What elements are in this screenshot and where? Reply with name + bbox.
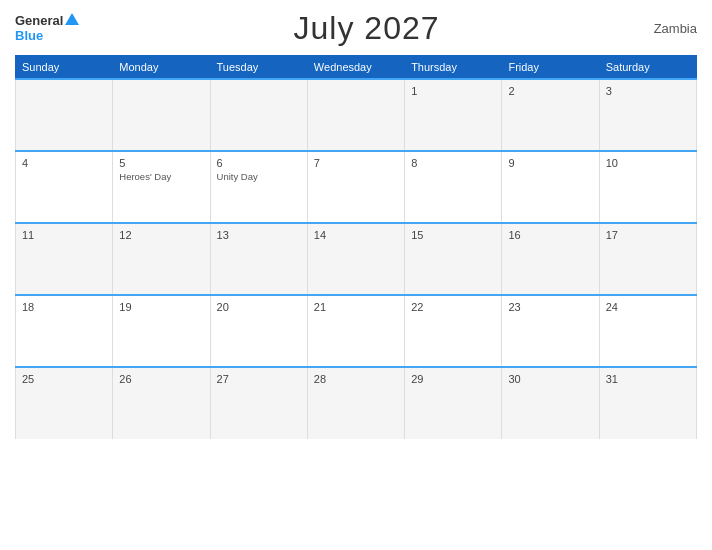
calendar-cell: 30 [502, 367, 599, 439]
page: General Blue July 2027 Zambia Sunday Mon… [0, 0, 712, 550]
day-number: 3 [606, 85, 690, 97]
col-monday: Monday [113, 56, 210, 80]
day-number: 1 [411, 85, 495, 97]
calendar-cell [210, 79, 307, 151]
calendar-body: 12345Heroes' Day6Unity Day78910111213141… [16, 79, 697, 439]
col-friday: Friday [502, 56, 599, 80]
day-number: 18 [22, 301, 106, 313]
day-number: 20 [217, 301, 301, 313]
day-number: 26 [119, 373, 203, 385]
calendar-cell: 18 [16, 295, 113, 367]
calendar-cell: 6Unity Day [210, 151, 307, 223]
calendar-week-row: 25262728293031 [16, 367, 697, 439]
logo: General Blue [15, 14, 79, 43]
day-number: 22 [411, 301, 495, 313]
days-of-week-row: Sunday Monday Tuesday Wednesday Thursday… [16, 56, 697, 80]
day-number: 30 [508, 373, 592, 385]
day-number: 31 [606, 373, 690, 385]
calendar-cell: 1 [405, 79, 502, 151]
day-number: 24 [606, 301, 690, 313]
day-number: 4 [22, 157, 106, 169]
calendar-table: Sunday Monday Tuesday Wednesday Thursday… [15, 55, 697, 439]
calendar-cell: 13 [210, 223, 307, 295]
calendar-week-row: 45Heroes' Day6Unity Day78910 [16, 151, 697, 223]
calendar-cell: 5Heroes' Day [113, 151, 210, 223]
day-number: 16 [508, 229, 592, 241]
logo-general-text: General [15, 14, 63, 28]
calendar-cell: 7 [307, 151, 404, 223]
calendar-cell: 26 [113, 367, 210, 439]
calendar-cell: 28 [307, 367, 404, 439]
col-saturday: Saturday [599, 56, 696, 80]
day-number: 2 [508, 85, 592, 97]
calendar-cell: 11 [16, 223, 113, 295]
col-thursday: Thursday [405, 56, 502, 80]
day-number: 12 [119, 229, 203, 241]
calendar-cell: 31 [599, 367, 696, 439]
calendar-cell: 27 [210, 367, 307, 439]
day-number: 17 [606, 229, 690, 241]
calendar-cell: 9 [502, 151, 599, 223]
day-number: 21 [314, 301, 398, 313]
day-number: 13 [217, 229, 301, 241]
day-number: 11 [22, 229, 106, 241]
calendar-cell: 29 [405, 367, 502, 439]
calendar-cell: 16 [502, 223, 599, 295]
day-number: 8 [411, 157, 495, 169]
calendar-cell: 2 [502, 79, 599, 151]
calendar-cell: 3 [599, 79, 696, 151]
day-number: 14 [314, 229, 398, 241]
calendar-cell: 23 [502, 295, 599, 367]
day-number: 25 [22, 373, 106, 385]
holiday-label: Heroes' Day [119, 171, 203, 182]
day-number: 27 [217, 373, 301, 385]
day-number: 6 [217, 157, 301, 169]
day-number: 7 [314, 157, 398, 169]
calendar-cell: 17 [599, 223, 696, 295]
calendar-cell: 4 [16, 151, 113, 223]
calendar-cell: 20 [210, 295, 307, 367]
logo-triangle-icon [65, 13, 79, 25]
col-wednesday: Wednesday [307, 56, 404, 80]
day-number: 29 [411, 373, 495, 385]
calendar-cell: 12 [113, 223, 210, 295]
calendar-week-row: 11121314151617 [16, 223, 697, 295]
month-year-title: July 2027 [294, 10, 440, 46]
calendar-cell: 25 [16, 367, 113, 439]
calendar-title: July 2027 [294, 10, 440, 47]
country-label: Zambia [654, 21, 697, 36]
day-number: 28 [314, 373, 398, 385]
day-number: 5 [119, 157, 203, 169]
col-sunday: Sunday [16, 56, 113, 80]
day-number: 15 [411, 229, 495, 241]
calendar-cell [307, 79, 404, 151]
holiday-label: Unity Day [217, 171, 301, 182]
day-number: 10 [606, 157, 690, 169]
calendar-header: Sunday Monday Tuesday Wednesday Thursday… [16, 56, 697, 80]
calendar-cell: 14 [307, 223, 404, 295]
calendar-cell [113, 79, 210, 151]
header: General Blue July 2027 Zambia [15, 10, 697, 47]
calendar-cell: 19 [113, 295, 210, 367]
calendar-cell: 21 [307, 295, 404, 367]
day-number: 19 [119, 301, 203, 313]
day-number: 23 [508, 301, 592, 313]
calendar-cell: 22 [405, 295, 502, 367]
calendar-week-row: 18192021222324 [16, 295, 697, 367]
calendar-cell: 24 [599, 295, 696, 367]
calendar-cell [16, 79, 113, 151]
calendar-cell: 15 [405, 223, 502, 295]
calendar-week-row: 123 [16, 79, 697, 151]
col-tuesday: Tuesday [210, 56, 307, 80]
logo-blue-text: Blue [15, 29, 43, 43]
calendar-cell: 10 [599, 151, 696, 223]
day-number: 9 [508, 157, 592, 169]
calendar-cell: 8 [405, 151, 502, 223]
